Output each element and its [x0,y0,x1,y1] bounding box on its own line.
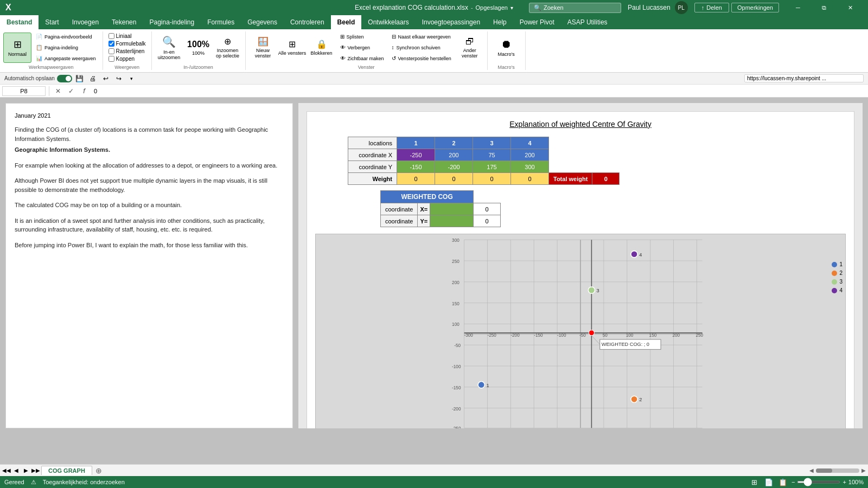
verbergen-button[interactable]: 👁 Verbergen [337,43,387,53]
close-button[interactable]: ✕ [838,0,863,15]
tab-controleren[interactable]: Controleren [284,15,331,29]
svg-text:-250: -250 [487,333,496,338]
point-1[interactable] [478,382,484,388]
macros-button[interactable]: ⏺ Macro's [492,31,520,63]
paragraph-6: Before jumping into Power BI, I want to … [15,241,284,250]
blokkeren-button[interactable]: 🔒 Blokkeren [308,33,336,63]
w-val-1[interactable]: 0 [397,173,435,185]
tab-formules[interactable]: Formules [201,15,241,29]
y-val-3[interactable]: 175 [473,161,511,173]
share-icon: ↑ [701,4,705,11]
inuitzoomen-button[interactable]: 🔍 In-en uitzoomen [155,33,183,63]
cell-reference-input[interactable]: P8 [2,86,46,96]
tab-cog-graph[interactable]: COG GRAPH [41,466,92,475]
zoom-slider[interactable]: − + 100% [792,479,864,485]
tab-asap[interactable]: ASAP Utilities [561,15,614,29]
qa-redo-btn[interactable]: ↪ [113,73,124,84]
save-dropdown-icon[interactable]: ▾ [510,5,513,11]
naast-elkaar-button[interactable]: ⊟ Naast elkaar weergeven [388,32,455,42]
minimize-button[interactable]: ─ [786,0,810,15]
confirm-formula-button[interactable]: ✓ [66,86,76,96]
cancel-formula-button[interactable]: ✕ [53,86,63,96]
saved-label: Opgeslagen [476,4,508,11]
tab-invoegtoepassingen[interactable]: Invoegtoepassingen [416,15,487,29]
x-val-2[interactable]: 200 [435,149,473,161]
user-avatar[interactable]: PL [675,1,688,14]
point-3[interactable] [588,287,595,293]
sheet-nav-prev[interactable]: ◀ [12,466,21,475]
formulebalk-checkbox[interactable]: Formulebalk [108,41,146,47]
pagina-eindvoorbeeld-button[interactable]: 📄 Pagina-eindvoorbeeld [33,32,99,42]
aangepaste-weergaven-button[interactable]: 📊 Aangepaste weergaven [33,54,99,63]
rasterlijnen-checkbox[interactable]: Rasterlijnen [108,48,146,54]
insert-function-button[interactable]: f [79,86,90,96]
tab-tekenen[interactable]: Tekenen [105,15,143,29]
x-val-3[interactable]: 75 [473,149,511,161]
splisten-button[interactable]: ⊞ Splisten [337,32,387,42]
chart-svg: -300 -250 -200 -150 -100 -50 50 100 150 … [316,234,845,428]
alle-vensters-button[interactable]: ⊞ Alle vensters [278,33,307,63]
100-button[interactable]: 100% 100% [184,33,213,63]
w-val-4[interactable]: 0 [511,173,549,185]
search-placeholder: Zoeken [544,4,564,11]
w-val-3[interactable]: 0 [473,173,511,185]
zoom-range-input[interactable] [797,481,840,483]
tab-ontwikkelaars[interactable]: Ontwikkelaars [361,15,415,29]
sheet-nav-next[interactable]: ▶ [22,466,30,475]
autosave-switch[interactable] [57,75,72,82]
comments-button[interactable]: Opmerkingen [731,3,779,12]
pagina-indeling-button[interactable]: 📋 Pagina-indeling [33,43,99,53]
qa-more-btn[interactable]: ▾ [126,73,137,84]
url-input[interactable] [744,74,864,82]
svg-text:3: 3 [597,288,599,293]
tab-invoegen[interactable]: Invoegen [66,15,105,29]
restore-button[interactable]: ⧉ [812,0,837,15]
wcog-y-green[interactable] [430,215,474,227]
sheet-nav-right[interactable]: ▶▶ [31,466,40,475]
x-val-4[interactable]: 200 [511,149,549,161]
search-box[interactable]: 🔍 Zoeken [529,3,621,13]
qa-print-btn[interactable]: 🖨 [87,73,98,84]
normaal-button[interactable]: ⊞ Normaal [3,33,31,63]
qa-undo-btn[interactable]: ↩ [100,73,111,84]
zichtbaar-maken-button[interactable]: 👁 Zichtbaar maken [337,54,387,63]
macros-icon: ⏺ [501,38,512,50]
koppen-checkbox[interactable]: Koppen [108,56,146,62]
formula-input[interactable]: 0 [92,88,866,94]
share-button[interactable]: ↑ Delen [694,3,729,12]
tab-gegevens[interactable]: Gegevens [241,15,284,29]
tab-start[interactable]: Start [39,15,65,29]
nieuw-venster-button[interactable]: 🪟 Nieuw venster [249,33,277,63]
paragraph-3: Although Power BI does not yet support t… [15,176,284,194]
liniaal-checkbox[interactable]: Liniaal [108,33,146,39]
tab-power-pivot[interactable]: Power Pivot [513,15,561,29]
qa-save-btn[interactable]: 💾 [74,73,85,84]
y-val-1[interactable]: -150 [397,161,435,173]
wcog-x-green[interactable] [430,203,474,215]
ander-venster-button[interactable]: 🗗 Ander venster [456,33,484,63]
tab-pagina-indeling[interactable]: Pagina-indeling [143,15,201,29]
macros-group-label: Macro's [498,65,515,70]
point-2[interactable] [631,396,637,402]
add-sheet-button[interactable]: ⊕ [93,466,104,476]
inzoomen-selectie-button[interactable]: ⊕ Inzoomen op selectie [214,33,242,63]
coord-y-label: coordinate Y [348,161,397,173]
w-val-2[interactable]: 0 [435,173,473,185]
tab-bestand[interactable]: Bestand [0,15,39,29]
x-val-1[interactable]: -250 [397,149,435,161]
page-break-button[interactable]: 📋 [777,477,788,487]
legend-item-3: 3 [832,279,843,285]
y-val-2[interactable]: -200 [435,161,473,173]
alle-vensters-icon: ⊞ [289,39,296,49]
svg-text:-200: -200 [452,407,461,412]
point-4[interactable] [631,251,637,258]
page-layout-button[interactable]: 📄 [763,477,774,487]
vensterpositie-button[interactable]: ↺ Vensterpositie herstellen [388,54,455,63]
horizontal-scrollbar[interactable] [816,468,859,473]
synchroon-button[interactable]: ↕ Synchroon schuiven [388,43,455,53]
tab-help[interactable]: Help [487,15,513,29]
normal-view-button[interactable]: ⊞ [749,477,760,487]
tab-beeld[interactable]: Beeld [331,15,362,29]
sheet-nav-left[interactable]: ◀◀ [2,466,11,475]
y-val-4[interactable]: 300 [511,161,549,173]
